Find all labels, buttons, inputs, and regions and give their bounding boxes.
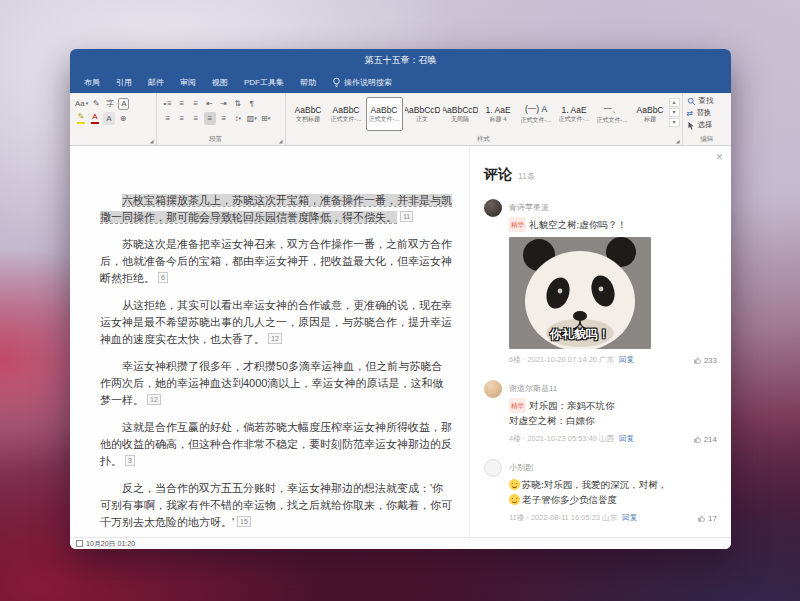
like-button[interactable]: 17 xyxy=(697,514,717,523)
replace-button[interactable]: ⇄ 替换 xyxy=(687,107,727,119)
document-title: 第五十五章：召唤 xyxy=(365,54,437,67)
comments-panel: × 评论 11条 青诗苹果派 精华礼貌空之树:虚你吗？！ xyxy=(469,146,731,537)
style-card[interactable]: (一) A正式文件-... xyxy=(518,97,555,131)
style-card-selected[interactable]: AaBbC正式文件-... xyxy=(366,97,403,131)
character-border-icon[interactable]: A xyxy=(118,98,129,110)
style-card[interactable]: AaBbCcD无间隔 xyxy=(442,97,479,131)
style-card[interactable]: 1. AaE标题 4 xyxy=(480,97,517,131)
comment-count-badge[interactable]: 12 xyxy=(147,394,161,405)
ribbon: Aa▾ ✎ 字 A ✎ A A ⊕ ◢ •≡ ≡ ≡ ⇤ xyxy=(70,93,731,146)
document-page[interactable]: 六枚宝箱摆放茶几上，苏晓这次开宝箱，准备操作一番，并非是与凯撒一同操作，那可能会… xyxy=(70,146,469,537)
align-right-icon[interactable]: ≡ xyxy=(190,112,202,125)
like-button[interactable]: 214 xyxy=(693,435,717,444)
close-icon[interactable]: × xyxy=(716,150,723,164)
tab-references[interactable]: 引用 xyxy=(108,74,140,91)
gallery-scroll-down-icon[interactable]: ▾ xyxy=(669,108,680,117)
tab-view[interactable]: 视图 xyxy=(204,74,236,91)
comment-item: 青诗苹果派 精华礼貌空之树:虚你吗？！ xyxy=(484,199,717,365)
editing-group: 查找 ⇄ 替换 选择 编辑 xyxy=(683,93,731,145)
comment-username[interactable]: 小别剧 xyxy=(509,459,717,473)
doc-paragraph: 苏晓这次是准备把幸运女神召来，双方合作操作一番，之前双方合作后，他就准备今后的宝… xyxy=(100,236,453,287)
avatar[interactable] xyxy=(484,459,502,477)
ribbon-tab-strip: 布局 引用 邮件 审阅 视图 PDF工具集 帮助 操作说明搜索 xyxy=(70,71,731,93)
style-card[interactable]: AaBbC文档标题 xyxy=(290,97,327,131)
comment-count-badge[interactable]: 3 xyxy=(125,455,135,466)
find-button[interactable]: 查找 xyxy=(687,95,727,107)
styles-dialog-launcher-icon[interactable]: ◢ xyxy=(676,138,680,144)
comment-floor-time: 6楼 · 2021-10-20 07:14:20 广东 xyxy=(509,355,614,365)
tab-pdf-tools[interactable]: PDF工具集 xyxy=(236,74,292,91)
comment-count-badge[interactable]: 15 xyxy=(237,516,251,527)
comment-floor-time: 11楼 · 2022-08-11 16:05:23 山东 xyxy=(509,513,617,523)
tab-help[interactable]: 帮助 xyxy=(292,74,324,91)
gallery-more-icon[interactable]: ▾ xyxy=(669,118,680,127)
decrease-indent-icon[interactable]: ⇤ xyxy=(204,97,216,110)
comment-text: 苏晓:对乐园，我爱的深沉，对树， xyxy=(509,477,717,492)
change-case-icon[interactable]: Aa▾ xyxy=(75,97,88,110)
like-count: 233 xyxy=(704,356,717,365)
text-highlight-icon[interactable]: ✎ xyxy=(75,112,87,125)
comment-count-badge[interactable]: 11 xyxy=(400,211,413,222)
doc-paragraph: 六枚宝箱摆放茶几上，苏晓这次开宝箱，准备操作一番，并非是与凯撒一同操作，那可能会… xyxy=(100,192,453,226)
line-spacing-icon[interactable]: ↕▾ xyxy=(232,112,244,125)
style-card[interactable]: AaBbC标题 xyxy=(632,97,669,131)
comments-header: 评论 11条 xyxy=(484,166,717,184)
comment-text: 老子管你多少负信誉度 xyxy=(509,492,717,507)
featured-badge: 精华 xyxy=(509,398,526,413)
thumbs-up-icon xyxy=(697,514,706,523)
comment-count-badge[interactable]: 12 xyxy=(268,333,282,344)
bullets-icon[interactable]: •≡ xyxy=(162,97,174,110)
styles-gallery: AaBbC文档标题 AaBbC正式文件-... AaBbC正式文件-... Aa… xyxy=(290,97,669,134)
editing-group-label: 编辑 xyxy=(683,135,731,144)
comment-image[interactable]: 你礼貌吗！ xyxy=(509,237,651,349)
comment-item: 谢道尔斯基11 精华对乐园：亲妈不坑你 对虚空之树：白嫖你 4楼 · 2021-… xyxy=(484,380,717,444)
numbering-icon[interactable]: ≡ xyxy=(176,97,188,110)
increase-indent-icon[interactable]: ⇥ xyxy=(218,97,230,110)
reply-link[interactable]: 回复 xyxy=(619,355,634,365)
comments-count: 11条 xyxy=(518,171,535,183)
tab-layout[interactable]: 布局 xyxy=(76,74,108,91)
borders-icon[interactable]: ⊞▾ xyxy=(260,112,272,125)
sort-icon[interactable]: ⇅ xyxy=(232,97,244,110)
style-card[interactable]: AaBbCcD正文 xyxy=(404,97,441,131)
multilevel-list-icon[interactable]: ≡ xyxy=(190,97,202,110)
doc-paragraph: 从这拒绝，其实可以看出幸运女神的合作诚意，更准确的说，现在幸运女神是最不希望苏晓… xyxy=(100,297,453,348)
font-dialog-launcher-icon[interactable]: ◢ xyxy=(150,138,154,144)
justify-icon[interactable]: ≡ xyxy=(204,112,216,125)
shading-icon[interactable]: ▨▾ xyxy=(246,112,258,125)
comment-text: 对虚空之树：白嫖你 xyxy=(509,413,717,428)
style-card[interactable]: 一、正式文件-... xyxy=(594,97,631,131)
replace-icon: ⇄ xyxy=(687,109,694,118)
desktop-background: 第五十五章：召唤 布局 引用 邮件 审阅 视图 PDF工具集 帮助 操作说明搜索… xyxy=(0,0,800,601)
tab-mailings[interactable]: 邮件 xyxy=(140,74,172,91)
paragraph-marks-icon[interactable]: ¶ xyxy=(246,97,258,110)
comment-count-badge[interactable]: 6 xyxy=(158,272,168,283)
avatar[interactable] xyxy=(484,380,502,398)
tell-me-search[interactable]: 操作说明搜索 xyxy=(324,74,400,91)
comment-username[interactable]: 谢道尔斯基11 xyxy=(509,380,717,394)
doc-paragraph: 反之，当合作的双方五五分账时，幸运女神那边的想法就变成：'你可别有事啊，我家有件… xyxy=(100,480,453,531)
font-color-icon[interactable]: A xyxy=(89,112,101,125)
avatar[interactable] xyxy=(484,199,502,217)
paragraph-dialog-launcher-icon[interactable]: ◢ xyxy=(279,138,283,144)
distribute-icon[interactable]: ≡ xyxy=(218,112,230,125)
thumbs-up-icon xyxy=(693,356,702,365)
tab-review[interactable]: 审阅 xyxy=(172,74,204,91)
gallery-scroll-up-icon[interactable]: ▴ xyxy=(669,98,680,107)
title-bar[interactable]: 第五十五章：召唤 xyxy=(70,49,731,71)
select-button[interactable]: 选择 xyxy=(687,119,727,131)
text-effects-icon[interactable]: ✎ xyxy=(90,97,102,110)
phonetic-guide-icon[interactable]: 字 xyxy=(104,97,116,110)
reply-link[interactable]: 回复 xyxy=(619,434,634,444)
paragraph-group-label: 段落 xyxy=(157,135,275,144)
character-shading-icon[interactable]: A xyxy=(103,112,115,125)
comment-username[interactable]: 青诗苹果派 xyxy=(509,199,717,213)
align-center-icon[interactable]: ≡ xyxy=(176,112,188,125)
enclose-characters-icon[interactable]: ⊕ xyxy=(117,112,129,125)
lightbulb-icon xyxy=(332,77,341,88)
align-left-icon[interactable]: ≡ xyxy=(162,112,174,125)
style-card[interactable]: 1. AaE正式文件-... xyxy=(556,97,593,131)
style-card[interactable]: AaBbC正式文件-... xyxy=(328,97,365,131)
reply-link[interactable]: 回复 xyxy=(622,513,637,523)
like-button[interactable]: 233 xyxy=(693,356,717,365)
